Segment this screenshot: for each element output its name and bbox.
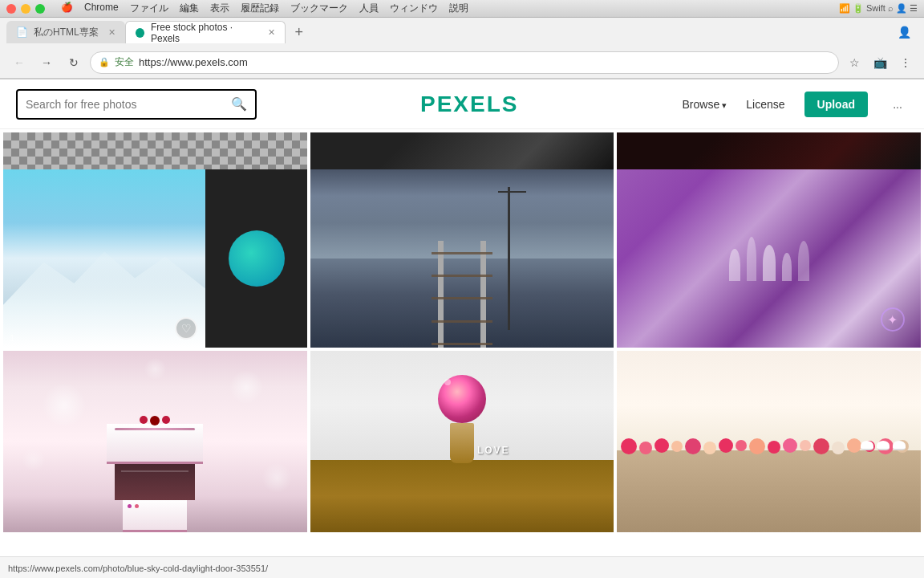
photo-dark-panel[interactable] bbox=[205, 169, 306, 348]
photo-top-2[interactable] bbox=[310, 132, 614, 169]
more-button[interactable]: ⋮ bbox=[895, 52, 916, 73]
photo-flowers-garland[interactable] bbox=[617, 351, 921, 532]
menu-window[interactable]: ウィンドウ bbox=[390, 2, 438, 15]
tab-favicon-2 bbox=[136, 28, 144, 38]
menu-chrome[interactable]: Chrome bbox=[84, 2, 119, 15]
tab-close-2[interactable]: ✕ bbox=[268, 27, 275, 38]
tab-label-1: 私のHTML専案 bbox=[34, 26, 99, 39]
photo-number: 1 bbox=[10, 333, 14, 343]
photo-railroad[interactable] bbox=[310, 169, 614, 348]
tab-pexels[interactable]: Free stock photos · Pexels ✕ bbox=[125, 21, 286, 43]
traffic-lights bbox=[6, 4, 45, 14]
search-input[interactable] bbox=[26, 98, 225, 111]
license-link[interactable]: License bbox=[746, 98, 784, 111]
photo-grid-container: ♡ 1 bbox=[0, 129, 924, 556]
system-icons: 📶 🔋 Swift ⌕ 👤 ☰ bbox=[839, 3, 918, 14]
address-input[interactable] bbox=[139, 56, 830, 68]
tab-favicon-1: 📄 bbox=[16, 26, 27, 38]
status-bar: https://www.pexels.com/photo/blue-sky-co… bbox=[0, 556, 924, 578]
tab-close-1[interactable]: ✕ bbox=[108, 27, 116, 38]
menu-bookmarks[interactable]: ブックマーク bbox=[290, 2, 348, 15]
heart-button[interactable]: ♡ bbox=[175, 317, 197, 340]
photo-decorative[interactable]: ✦ bbox=[617, 169, 921, 348]
browser-chrome: 📄 私のHTML専案 ✕ Free stock photos · Pexels … bbox=[0, 18, 924, 79]
photo-mountain-main[interactable]: ♡ 1 bbox=[3, 169, 205, 348]
tab-bar: 📄 私のHTML専案 ✕ Free stock photos · Pexels … bbox=[0, 18, 924, 47]
fullscreen-button[interactable] bbox=[35, 4, 45, 14]
header-nav: Browse License Upload ... bbox=[683, 92, 908, 117]
more-options-button[interactable]: ... bbox=[887, 94, 908, 115]
menu-view[interactable]: 表示 bbox=[210, 2, 229, 15]
bookmark-button[interactable]: ☆ bbox=[844, 52, 865, 73]
bot-photo-row: LOVE bbox=[0, 348, 924, 535]
photo-flowers-table[interactable]: LOVE bbox=[310, 351, 614, 532]
secure-label: 安全 bbox=[115, 55, 134, 69]
back-button[interactable]: ← bbox=[8, 51, 30, 74]
pexels-header: 🔍 PEXELS Browse License Upload ... bbox=[0, 79, 924, 129]
menu-apple[interactable]: 🍎 bbox=[61, 2, 73, 15]
top-photo-row bbox=[0, 129, 924, 169]
cast-button[interactable]: 📺 bbox=[869, 52, 890, 73]
menu-file[interactable]: ファイル bbox=[130, 2, 168, 15]
browser-toolbar: ← → ↻ 🔒 安全 ☆ 📺 ⋮ bbox=[0, 47, 924, 79]
pexels-logo: PEXELS bbox=[273, 92, 667, 117]
photo-top-1[interactable] bbox=[3, 132, 307, 169]
browse-link[interactable]: Browse bbox=[683, 98, 727, 111]
search-icon: 🔍 bbox=[231, 96, 247, 112]
mid-photo-row: ♡ 1 bbox=[0, 169, 924, 348]
address-bar-container[interactable]: 🔒 安全 bbox=[90, 51, 839, 74]
reload-button[interactable]: ↻ bbox=[63, 51, 85, 74]
toolbar-right: ☆ 📺 ⋮ bbox=[844, 52, 916, 73]
status-url: https://www.pexels.com/photo/blue-sky-co… bbox=[8, 564, 268, 573]
teal-circle bbox=[229, 230, 285, 287]
titlebar: 🍎 Chrome ファイル 編集 表示 履歴記録 ブックマーク 人員 ウィンドウ… bbox=[0, 0, 924, 18]
menu-people[interactable]: 人員 bbox=[359, 2, 379, 15]
menu-history[interactable]: 履歴記録 bbox=[241, 2, 279, 15]
menu-bar: 🍎 Chrome ファイル 編集 表示 履歴記録 ブックマーク 人員 ウィンドウ… bbox=[61, 2, 468, 15]
tab-html-project[interactable]: 📄 私のHTML専案 ✕ bbox=[6, 21, 125, 43]
upload-button[interactable]: Upload bbox=[804, 92, 868, 117]
photo-top-3[interactable] bbox=[617, 132, 921, 169]
close-button[interactable] bbox=[6, 4, 16, 14]
photo-wedding-cake[interactable] bbox=[3, 351, 307, 532]
search-box[interactable]: 🔍 bbox=[16, 89, 257, 120]
secure-icon: 🔒 bbox=[99, 57, 110, 67]
minimize-button[interactable] bbox=[21, 4, 30, 14]
menu-edit[interactable]: 編集 bbox=[180, 2, 199, 15]
tab-label-2: Free stock photos · Pexels bbox=[151, 22, 258, 44]
new-tab-button[interactable]: + bbox=[290, 23, 308, 41]
forward-button[interactable]: → bbox=[35, 51, 58, 74]
menu-help[interactable]: 説明 bbox=[449, 2, 468, 15]
photo-mountain[interactable]: ♡ 1 bbox=[3, 169, 307, 348]
chrome-profile-icon[interactable]: 👤 bbox=[898, 26, 911, 39]
